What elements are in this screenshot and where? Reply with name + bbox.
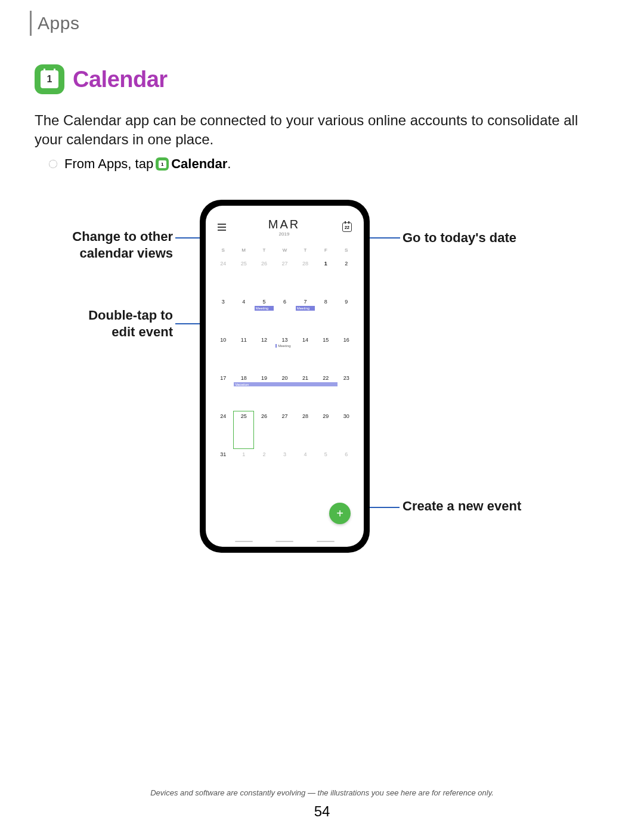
calendar-day-cell[interactable]: 28 (295, 258, 315, 296)
calendar-day-cell[interactable]: 21 (295, 373, 315, 411)
calendar-app-icon-small: 1 (156, 157, 169, 171)
phone-screen: MAR 2019 22 SMTWTFS242526272812345Meetin… (206, 206, 364, 547)
calendar-day-cell[interactable]: 29 (315, 411, 336, 449)
event-text[interactable]: Meeting (275, 344, 290, 348)
instruction-suffix: . (227, 156, 231, 172)
instruction-app-label: Calendar (171, 156, 227, 172)
calendar-day-cell[interactable]: 4 (233, 296, 253, 335)
calendar-day-cell[interactable]: 31 (213, 449, 233, 487)
section-header: Apps (30, 11, 79, 36)
calendar-day-cell[interactable]: 1 (233, 449, 253, 487)
annotated-screenshot: Change to other calendar views Go to tod… (0, 200, 644, 558)
month-text: MAR (268, 218, 300, 231)
calendar-day-cell[interactable]: 23 (336, 373, 357, 411)
intro-paragraph: The Calendar app can be connected to you… (35, 111, 609, 150)
calendar-day-cell[interactable]: 15 (315, 335, 336, 373)
calendar-icon-number: 1 (41, 70, 58, 88)
calendar-header: MAR 2019 22 (206, 218, 364, 237)
calendar-day-cell[interactable]: 25 (233, 258, 253, 296)
calendar-day-cell[interactable]: 6 (336, 449, 357, 487)
add-event-fab[interactable]: + (329, 503, 351, 524)
calendar-day-cell[interactable]: 19 (254, 373, 274, 411)
navbar (206, 541, 364, 542)
calendar-day-cell[interactable]: 6 (274, 296, 295, 335)
calendar-day-cell[interactable]: 30 (336, 411, 357, 449)
calendar-day-cell[interactable]: 22 (315, 373, 336, 411)
calendar-day-cell[interactable]: 3 (274, 449, 295, 487)
calendar-grid: SMTWTFS242526272812345Meeting67Meeting89… (213, 247, 357, 487)
small-icon-number: 1 (159, 160, 166, 168)
calendar-day-cell[interactable]: 27 (274, 258, 295, 296)
page-number: 54 (0, 803, 644, 820)
day-of-week-header: T (295, 247, 315, 258)
calendar-day-cell[interactable]: 2 (336, 258, 357, 296)
calendar-day-cell[interactable]: 25 (233, 411, 253, 449)
calendar-day-cell[interactable]: 24 (213, 258, 233, 296)
year-text: 2019 (268, 231, 300, 237)
calendar-day-cell[interactable]: 5 (315, 449, 336, 487)
day-of-week-header: S (336, 247, 357, 258)
day-of-week-header: M (233, 247, 253, 258)
header-divider (30, 11, 32, 36)
calendar-day-cell[interactable]: 3 (213, 296, 233, 335)
calendar-day-cell[interactable]: 13Meeting (274, 335, 295, 373)
day-of-week-header: S (213, 247, 233, 258)
calendar-day-cell[interactable]: 8 (315, 296, 336, 335)
calendar-day-cell[interactable]: 1 (315, 258, 336, 296)
calendar-day-cell[interactable]: 28 (295, 411, 315, 449)
bullet-icon (49, 160, 57, 168)
calendar-day-cell[interactable]: 14 (295, 335, 315, 373)
footnote: Devices and software are constantly evol… (0, 788, 644, 797)
callout-change-views: Change to other calendar views (60, 228, 173, 261)
calendar-day-cell[interactable]: 26 (254, 258, 274, 296)
page-title-row: 1 Calendar (35, 64, 168, 94)
month-label: MAR 2019 (268, 218, 300, 237)
calendar-day-cell[interactable]: 12 (254, 335, 274, 373)
calendar-day-cell[interactable]: 24 (213, 411, 233, 449)
page-title: Calendar (73, 67, 168, 92)
calendar-day-cell[interactable]: 2 (254, 449, 274, 487)
hamburger-menu-icon[interactable] (218, 224, 226, 231)
event-chip[interactable]: Meeting (255, 306, 274, 311)
calendar-day-cell[interactable]: 16 (336, 335, 357, 373)
calendar-day-cell[interactable]: 10 (213, 335, 233, 373)
event-chip[interactable]: Meeting (296, 306, 315, 311)
calendar-day-cell[interactable]: 4 (295, 449, 315, 487)
calendar-day-cell[interactable]: 27 (274, 411, 295, 449)
calendar-day-cell[interactable]: 17 (213, 373, 233, 411)
phone-frame: MAR 2019 22 SMTWTFS242526272812345Meetin… (200, 200, 370, 553)
instruction-prefix: From Apps, tap (64, 156, 153, 172)
calendar-day-cell[interactable]: 18Vacation (233, 373, 253, 411)
section-title: Apps (38, 13, 79, 33)
calendar-app-icon: 1 (35, 64, 64, 94)
calendar-day-cell[interactable]: 7Meeting (295, 296, 315, 335)
instruction-line: From Apps, tap 1 Calendar . (49, 156, 231, 172)
go-to-today-icon[interactable]: 22 (342, 222, 352, 232)
day-of-week-header: F (315, 247, 336, 258)
calendar-day-cell[interactable]: 5Meeting (254, 296, 274, 335)
calendar-day-cell[interactable]: 11 (233, 335, 253, 373)
day-of-week-header: T (254, 247, 274, 258)
day-of-week-header: W (274, 247, 295, 258)
calendar-day-cell[interactable]: 26 (254, 411, 274, 449)
callout-create-event: Create a new event (402, 498, 521, 515)
calendar-day-cell[interactable]: 20 (274, 373, 295, 411)
callout-today: Go to today's date (402, 230, 516, 246)
callout-edit-event: Double-tap to edit event (72, 307, 173, 340)
calendar-day-cell[interactable]: 9 (336, 296, 357, 335)
